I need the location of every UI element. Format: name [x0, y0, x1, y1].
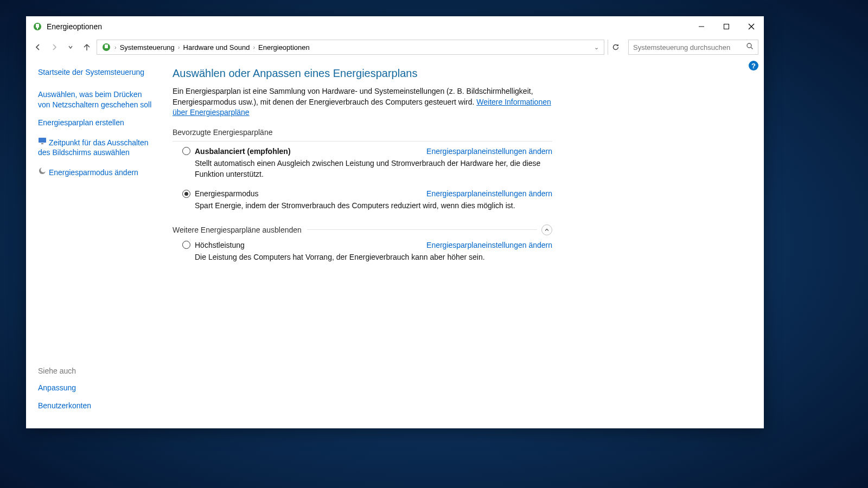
back-button[interactable] — [31, 41, 44, 54]
plan-name: Energiesparmodus — [195, 189, 259, 198]
minimize-button[interactable] — [689, 16, 714, 37]
up-button[interactable] — [80, 41, 93, 54]
sidebar-see-also-personalization[interactable]: Anpassung — [38, 383, 155, 393]
sidebar-link-create-plan[interactable]: Energiesparplan erstellen — [38, 118, 155, 128]
additional-plans-header: Weitere Energiesparpläne ausblenden — [173, 224, 552, 235]
window-controls — [689, 16, 764, 37]
control-panel-window: Energieoptionen › Systemsteuerung › Hard… — [26, 16, 764, 428]
chevron-right-icon: › — [113, 44, 118, 50]
maximize-button[interactable] — [714, 16, 739, 37]
monitor-icon — [38, 137, 47, 145]
titlebar: Energieoptionen — [26, 16, 764, 37]
radio-power-saver[interactable] — [182, 190, 190, 198]
plan-name: Höchstleistung — [195, 241, 245, 249]
svg-point-14 — [41, 167, 46, 172]
close-button[interactable] — [739, 16, 764, 37]
plan-high-performance: Höchstleistung Energiesparplaneinstellun… — [182, 241, 552, 262]
divider — [173, 141, 552, 142]
plan-balanced: Ausbalanciert (empfohlen) Energiesparpla… — [182, 147, 552, 180]
address-history-dropdown[interactable]: ⌄ — [591, 44, 602, 51]
sidebar-link-sleep-mode[interactable]: Energiesparmodus ändern — [38, 165, 155, 178]
window-body: ? Startseite der Systemsteuerung Auswähl… — [26, 57, 764, 428]
nav-row: › Systemsteuerung › Hardware und Sound ›… — [26, 37, 764, 57]
window-title: Energieoptionen — [47, 22, 102, 31]
additional-plans-label: Weitere Energiesparpläne ausblenden — [173, 226, 302, 234]
moon-icon — [38, 166, 47, 175]
plan-description: Die Leistung des Computers hat Vorrang, … — [195, 252, 552, 262]
plan-power-saver: Energiesparmodus Energiesparplaneinstell… — [182, 189, 552, 211]
sidebar-see-also-user-accounts[interactable]: Benutzerkonten — [38, 401, 155, 411]
plan-name: Ausbalanciert (empfohlen) — [195, 147, 291, 156]
intro-paragraph: Ein Energiesparplan ist eine Sammlung vo… — [173, 86, 552, 118]
sidebar: Startseite der Systemsteuerung Auswählen… — [26, 57, 162, 428]
breadcrumb-root[interactable]: Systemsteuerung — [118, 43, 177, 52]
svg-line-10 — [751, 47, 753, 49]
svg-rect-2 — [37, 28, 38, 29]
plan-description: Spart Energie, indem der Stromverbrauch … — [195, 200, 552, 211]
svg-rect-12 — [41, 143, 43, 144]
collapse-button[interactable] — [541, 224, 552, 235]
chevron-right-icon: › — [177, 44, 181, 50]
search-box[interactable] — [628, 40, 758, 55]
main-content: Auswählen oder Anpassen eines Energiespa… — [162, 57, 764, 428]
radio-balanced[interactable] — [182, 147, 190, 155]
refresh-button[interactable] — [608, 40, 623, 55]
search-input[interactable] — [633, 43, 746, 52]
divider — [307, 229, 537, 230]
sidebar-link-display-off[interactable]: Zeitpunkt für das Ausschalten des Bildsc… — [38, 136, 155, 158]
sidebar-item-label: Zeitpunkt für das Ausschalten des Bildsc… — [38, 138, 149, 157]
help-icon[interactable]: ? — [749, 61, 758, 70]
page-title: Auswählen oder Anpassen eines Energiespa… — [173, 67, 552, 80]
power-options-icon — [33, 22, 42, 31]
chevron-right-icon: › — [252, 44, 256, 50]
breadcrumb-mid[interactable]: Hardware und Sound — [181, 43, 252, 52]
breadcrumb-leaf[interactable]: Energieoptionen — [256, 43, 312, 52]
sidebar-item-label: Energiesparmodus ändern — [49, 168, 138, 177]
change-plan-settings-link[interactable]: Energiesparplaneinstellungen ändern — [426, 189, 552, 198]
svg-point-9 — [747, 43, 751, 48]
radio-high-performance[interactable] — [182, 241, 190, 249]
search-icon — [746, 42, 754, 52]
sidebar-link-power-button[interactable]: Auswählen, was beim Drücken von Netzscha… — [38, 89, 155, 110]
change-plan-settings-link[interactable]: Energiesparplaneinstellungen ändern — [426, 147, 552, 156]
svg-rect-1 — [36, 24, 39, 28]
recent-dropdown[interactable] — [64, 41, 77, 54]
forward-button[interactable] — [48, 41, 61, 54]
see-also-label: Siehe auch — [38, 367, 155, 375]
change-plan-settings-link[interactable]: Energiesparplaneinstellungen ändern — [426, 241, 552, 249]
svg-rect-4 — [724, 24, 729, 29]
svg-rect-8 — [105, 44, 108, 48]
preferred-plans-label: Bevorzugte Energiesparpläne — [173, 128, 552, 137]
power-options-icon — [101, 42, 111, 52]
plan-description: Stellt automatisch einen Ausgleich zwisc… — [195, 158, 552, 180]
address-bar[interactable]: › Systemsteuerung › Hardware und Sound ›… — [97, 40, 604, 55]
svg-rect-11 — [39, 138, 46, 143]
sidebar-home-link[interactable]: Startseite der Systemsteuerung — [38, 67, 155, 78]
